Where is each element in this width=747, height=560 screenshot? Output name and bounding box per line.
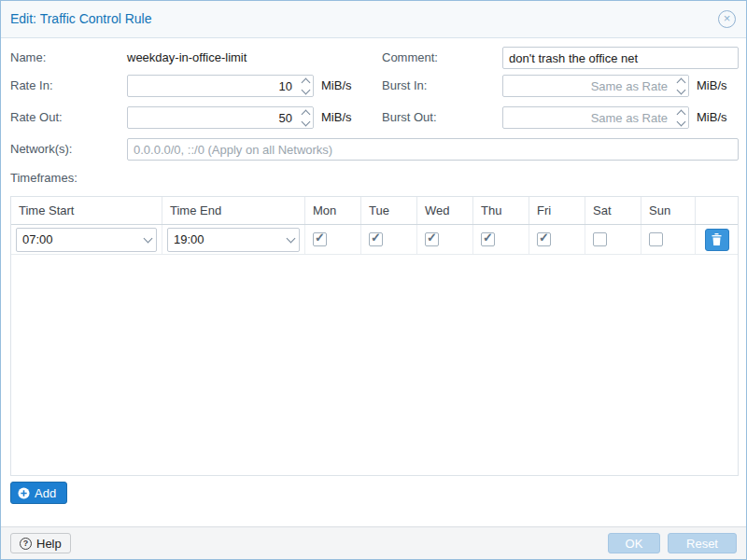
rate-out-field [127, 106, 314, 129]
day-cell [585, 225, 641, 254]
rate-out-label: Rate Out: [10, 110, 63, 124]
column-header-time-end[interactable]: Time End [162, 197, 305, 224]
day-checkbox-fri[interactable] [537, 232, 551, 246]
time-start-combo[interactable] [16, 228, 157, 252]
column-header-time-start[interactable]: Time Start [11, 197, 162, 224]
column-header-sun[interactable]: Sun [641, 197, 696, 224]
burst-out-label: Burst Out: [382, 110, 437, 124]
burst-in-spinner[interactable] [673, 76, 688, 96]
day-cell [361, 225, 417, 254]
rate-out-unit: MiB/s [321, 110, 352, 124]
rate-in-unit: MiB/s [321, 78, 352, 92]
day-cell [641, 225, 696, 254]
spinner-down-icon[interactable] [301, 85, 310, 94]
timeframe-row[interactable] [11, 225, 738, 255]
rate-out-input[interactable] [127, 106, 314, 129]
day-cell [529, 225, 585, 254]
spinner-down-icon[interactable] [676, 85, 685, 94]
time-start-combo-input[interactable] [17, 229, 156, 251]
edit-traffic-control-rule-dialog: Edit: Traffic Control Rule × Name: weekd… [0, 0, 747, 560]
add-button-label: Add [35, 486, 56, 500]
delete-row-button[interactable] [705, 229, 729, 251]
spinner-down-icon[interactable] [301, 117, 310, 126]
grid-header-row: Time StartTime EndMonTueWedThuFriSatSun [11, 197, 738, 225]
add-button[interactable]: Add [10, 482, 67, 504]
dialog-footer: ? Help OK Reset [1, 526, 746, 559]
timeframes-grid: Time StartTime EndMonTueWedThuFriSatSun [10, 196, 739, 476]
column-header-sat[interactable]: Sat [585, 197, 641, 224]
close-icon[interactable]: × [718, 10, 736, 28]
time-end-combo[interactable] [167, 228, 300, 252]
burst-out-spinner[interactable] [673, 107, 688, 128]
burst-out-unit: MiB/s [697, 110, 727, 124]
time-end-combo-cell [162, 225, 305, 254]
column-header-tue[interactable]: Tue [361, 197, 417, 224]
column-header-fri[interactable]: Fri [529, 197, 585, 224]
column-header-wed[interactable]: Wed [417, 197, 473, 224]
plus-circle-icon [18, 487, 30, 499]
day-checkbox-wed[interactable] [425, 232, 439, 246]
rate-in-label: Rate In: [10, 78, 53, 92]
dialog-title: Edit: Traffic Control Rule [10, 11, 151, 26]
comment-input[interactable] [502, 47, 739, 69]
time-start-combo-cell [11, 225, 162, 254]
day-cell [305, 225, 361, 254]
grid-rows [11, 225, 738, 255]
chevron-down-icon[interactable] [139, 229, 156, 251]
name-value: weekday-in-office-limit [127, 50, 247, 64]
burst-in-input[interactable] [502, 75, 689, 97]
actions-cell [696, 225, 738, 254]
rate-out-spinner[interactable] [298, 107, 313, 128]
burst-in-unit: MiB/s [697, 78, 727, 92]
column-header-thu[interactable]: Thu [473, 197, 529, 224]
comment-label: Comment: [382, 50, 438, 64]
day-cell [417, 225, 473, 254]
burst-out-field [502, 106, 689, 129]
timeframes-label: Timeframes: [10, 171, 78, 185]
burst-out-input[interactable] [502, 106, 689, 129]
column-header-actions[interactable] [696, 197, 738, 224]
help-button-label: Help [36, 537, 62, 551]
burst-in-label: Burst In: [382, 78, 427, 92]
question-circle-icon: ? [20, 538, 32, 550]
day-checkbox-sun[interactable] [649, 232, 663, 246]
day-checkbox-sat[interactable] [593, 232, 607, 246]
networks-label: Network(s): [10, 142, 72, 156]
networks-input[interactable] [127, 138, 739, 161]
rate-in-spinner[interactable] [298, 76, 313, 96]
time-end-combo-input[interactable] [168, 229, 299, 251]
rate-in-input[interactable] [127, 75, 314, 97]
day-checkbox-thu[interactable] [481, 232, 495, 246]
dialog-header: Edit: Traffic Control Rule × [1, 1, 746, 38]
help-button[interactable]: ? Help [10, 533, 71, 553]
ok-button[interactable]: OK [608, 533, 660, 553]
chevron-down-icon[interactable] [282, 229, 299, 251]
name-label: Name: [10, 50, 46, 64]
trash-icon [712, 233, 722, 245]
day-cell [473, 225, 529, 254]
reset-button[interactable]: Reset [668, 533, 737, 553]
rate-in-field [127, 75, 314, 97]
column-header-mon[interactable]: Mon [305, 197, 361, 224]
burst-in-field [502, 75, 689, 97]
day-checkbox-mon[interactable] [313, 232, 327, 246]
day-checkbox-tue[interactable] [369, 232, 383, 246]
spinner-down-icon[interactable] [676, 117, 685, 126]
